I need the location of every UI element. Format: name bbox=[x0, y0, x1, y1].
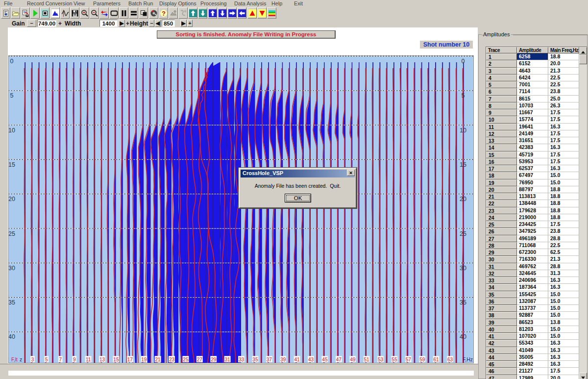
svg-text:21: 21 bbox=[155, 357, 161, 362]
svg-text:39: 39 bbox=[280, 357, 286, 362]
svg-text:3: 3 bbox=[31, 357, 34, 362]
svg-text:63: 63 bbox=[447, 357, 453, 362]
svg-text:25: 25 bbox=[8, 230, 15, 237]
svg-text:20: 20 bbox=[460, 196, 466, 202]
svg-text:30: 30 bbox=[460, 265, 466, 272]
svg-text:9: 9 bbox=[73, 357, 76, 362]
svg-text:30: 30 bbox=[8, 265, 15, 272]
svg-text:15: 15 bbox=[113, 357, 119, 362]
svg-text:29: 29 bbox=[211, 357, 217, 362]
svg-text:43: 43 bbox=[308, 357, 314, 362]
svg-text:5: 5 bbox=[462, 92, 465, 99]
svg-text:40: 40 bbox=[8, 333, 15, 340]
svg-text:5: 5 bbox=[45, 357, 48, 362]
svg-text:41: 41 bbox=[294, 357, 300, 362]
svg-text:49: 49 bbox=[350, 357, 356, 362]
svg-text:33: 33 bbox=[239, 357, 245, 362]
svg-text:59: 59 bbox=[419, 357, 425, 362]
svg-text:17: 17 bbox=[127, 357, 133, 362]
svg-text:35: 35 bbox=[8, 299, 15, 306]
svg-text:23: 23 bbox=[169, 357, 175, 362]
svg-text:15: 15 bbox=[8, 161, 15, 168]
svg-text:61: 61 bbox=[434, 357, 440, 362]
svg-text:15: 15 bbox=[460, 161, 466, 168]
svg-text:10: 10 bbox=[8, 127, 15, 134]
svg-text:25: 25 bbox=[183, 357, 189, 362]
svg-text:F,lt: F,lt bbox=[11, 357, 18, 362]
svg-text:7: 7 bbox=[59, 357, 62, 362]
svg-text:35: 35 bbox=[252, 357, 258, 362]
svg-text:20: 20 bbox=[8, 196, 15, 202]
svg-text:35: 35 bbox=[460, 299, 466, 306]
svg-text:51: 51 bbox=[364, 357, 370, 362]
svg-text:19: 19 bbox=[141, 357, 147, 362]
svg-text:F,Hz: F,Hz bbox=[463, 356, 473, 362]
svg-text:?: ? bbox=[162, 10, 166, 17]
svg-text:11: 11 bbox=[86, 357, 91, 362]
svg-text:31: 31 bbox=[225, 357, 231, 362]
svg-text:27: 27 bbox=[197, 357, 203, 362]
svg-text:45: 45 bbox=[322, 357, 328, 362]
svg-text:57: 57 bbox=[406, 357, 412, 362]
svg-text:47: 47 bbox=[336, 357, 342, 362]
svg-text:0: 0 bbox=[462, 58, 465, 65]
svg-text:53: 53 bbox=[378, 357, 384, 362]
svg-text:10: 10 bbox=[460, 127, 466, 134]
svg-text:13: 13 bbox=[99, 357, 105, 362]
svg-text:5: 5 bbox=[10, 92, 14, 99]
svg-text:0: 0 bbox=[10, 58, 14, 65]
svg-text:z: z bbox=[20, 356, 22, 362]
svg-text:55: 55 bbox=[392, 357, 397, 362]
svg-text:40: 40 bbox=[460, 333, 466, 340]
svg-text:37: 37 bbox=[267, 357, 272, 362]
svg-text:25: 25 bbox=[460, 230, 466, 237]
